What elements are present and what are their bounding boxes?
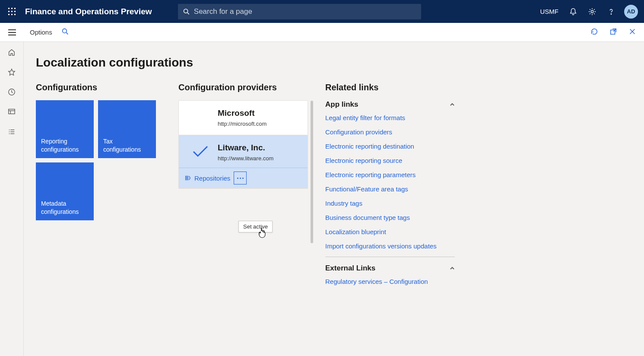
left-rail xyxy=(0,42,24,356)
topbar: Finance and Operations Preview USMF AD xyxy=(0,0,644,23)
close-icon[interactable] xyxy=(627,26,638,38)
rail-modules-icon[interactable] xyxy=(6,127,17,137)
search-icon xyxy=(183,8,190,15)
command-bar: Options xyxy=(24,23,644,42)
configurations-section: Configurations Reporting configurations … xyxy=(36,83,161,220)
link-business-doc-tags[interactable]: Business document type tags xyxy=(325,214,455,221)
provider-url: http://microsoft.com xyxy=(218,121,301,127)
rail-recent-icon[interactable] xyxy=(6,87,17,97)
tile-label: Reporting configurations xyxy=(41,137,89,154)
related-links-heading: Related links xyxy=(325,83,455,92)
ellipsis-icon xyxy=(237,178,244,179)
svg-rect-2 xyxy=(14,8,16,9)
providers-section: Configuration providers Microsoft http:/… xyxy=(178,83,308,189)
svg-point-16 xyxy=(62,29,67,33)
svg-rect-4 xyxy=(11,11,13,12)
tile-label: Tax configurations xyxy=(103,137,151,154)
svg-point-11 xyxy=(591,10,593,13)
link-configuration-providers[interactable]: Configuration providers xyxy=(325,128,455,136)
tile-reporting-configurations[interactable]: Reporting configurations xyxy=(36,100,94,158)
link-er-parameters[interactable]: Electronic reporting parameters xyxy=(325,171,455,178)
chevron-up-icon xyxy=(450,266,455,271)
provider-card-litware[interactable]: Litware, Inc. http://www.litware.com Rep… xyxy=(179,135,308,188)
link-localization-blueprint[interactable]: Localization blueprint xyxy=(325,228,455,235)
environment-label[interactable]: USMF xyxy=(536,8,563,15)
svg-line-17 xyxy=(66,32,68,34)
svg-rect-0 xyxy=(8,8,10,9)
rail-home-icon[interactable] xyxy=(6,47,17,57)
configurations-heading: Configurations xyxy=(36,83,161,92)
user-avatar[interactable]: AD xyxy=(624,5,638,19)
more-actions-button[interactable] xyxy=(234,172,247,184)
app-links-toggle[interactable]: App links xyxy=(325,100,455,109)
refresh-icon[interactable] xyxy=(589,26,600,38)
waffle-icon[interactable] xyxy=(4,4,20,19)
svg-rect-1 xyxy=(11,8,13,9)
options-button[interactable]: Options xyxy=(30,29,52,36)
provider-name: Microsoft xyxy=(218,108,301,118)
svg-point-9 xyxy=(184,9,187,13)
providers-heading: Configuration providers xyxy=(178,83,308,92)
content-area: Localization configurations Configuratio… xyxy=(24,42,644,356)
divider xyxy=(325,257,455,257)
rail-favorites-icon[interactable] xyxy=(6,67,17,77)
external-links-heading: External Links xyxy=(325,264,375,273)
tile-tax-configurations[interactable]: Tax configurations xyxy=(98,100,156,158)
svg-rect-5 xyxy=(14,11,16,12)
search-box[interactable] xyxy=(178,4,421,19)
link-regulatory-services[interactable]: Regulatory services – Configuration xyxy=(325,278,455,285)
svg-rect-7 xyxy=(11,14,13,15)
popout-icon[interactable] xyxy=(608,26,619,38)
svg-line-10 xyxy=(187,13,189,14)
help-icon[interactable] xyxy=(603,3,620,20)
repositories-button[interactable]: Repositories xyxy=(185,175,230,182)
tile-metadata-configurations[interactable]: Metadata configurations xyxy=(36,162,94,220)
link-er-destination[interactable]: Electronic reporting destination xyxy=(325,143,455,150)
checkmark-icon xyxy=(192,145,209,158)
command-search-icon[interactable] xyxy=(62,28,69,37)
app-links-heading: App links xyxy=(325,100,358,109)
related-links-section: Related links App links Legal entity fil… xyxy=(325,83,455,292)
topbar-right: USMF AD xyxy=(536,3,640,20)
page-title: Localization configurations xyxy=(36,56,632,70)
tile-label: Metadata configurations xyxy=(41,200,89,216)
scrollbar[interactable] xyxy=(311,101,313,243)
link-legal-entity-filter[interactable]: Legal entity filter for formats xyxy=(325,114,455,121)
svg-rect-6 xyxy=(8,14,10,15)
provider-url: http://www.litware.com xyxy=(218,155,301,162)
svg-rect-3 xyxy=(8,11,10,12)
link-er-source[interactable]: Electronic reporting source xyxy=(325,157,455,164)
search-input[interactable] xyxy=(194,7,416,16)
app-title: Finance and Operations Preview xyxy=(25,7,152,16)
provider-card-microsoft[interactable]: Microsoft http://microsoft.com xyxy=(179,101,308,135)
provider-name: Litware, Inc. xyxy=(218,143,301,153)
link-industry-tags[interactable]: Industry tags xyxy=(325,200,455,207)
external-links-toggle[interactable]: External Links xyxy=(325,264,455,273)
settings-icon[interactable] xyxy=(584,3,601,20)
repositories-label: Repositories xyxy=(194,175,230,182)
svg-point-12 xyxy=(611,13,611,14)
tooltip-set-active: Set active xyxy=(238,221,273,232)
link-import-configurations[interactable]: Import configurations versions updates xyxy=(325,242,455,250)
nav-toggle-icon[interactable] xyxy=(0,23,24,42)
svg-rect-22 xyxy=(9,109,15,114)
chevron-up-icon xyxy=(450,102,455,107)
providers-list: Microsoft http://microsoft.com Litware, … xyxy=(178,100,308,189)
link-functional-tags[interactable]: Functional/Feature area tags xyxy=(325,185,455,193)
rail-workspaces-icon[interactable] xyxy=(6,107,17,117)
svg-rect-8 xyxy=(14,14,16,15)
notifications-icon[interactable] xyxy=(565,3,582,20)
repositories-icon xyxy=(185,175,191,181)
